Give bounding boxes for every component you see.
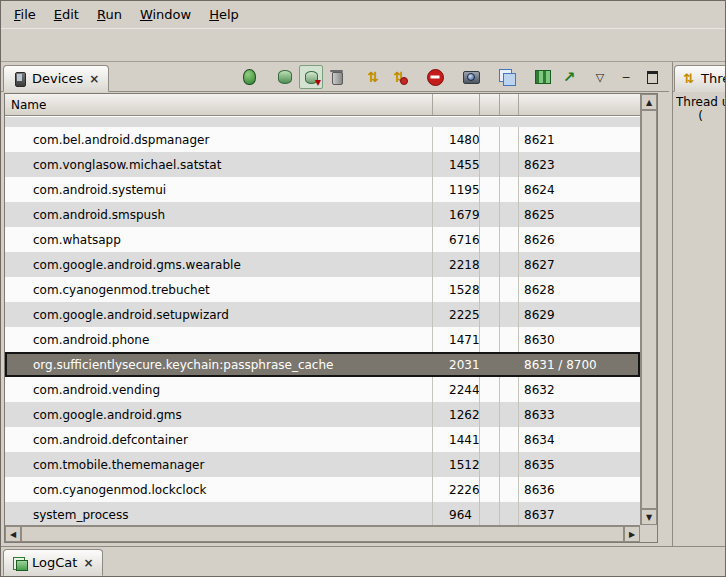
column-header-port[interactable] (519, 94, 640, 115)
close-icon[interactable]: × (82, 556, 94, 570)
devices-tab-label: Devices (32, 71, 83, 86)
table-row-partial[interactable] (5, 117, 640, 127)
process-pid: 1512 (433, 452, 480, 477)
thread-indicator (500, 502, 519, 525)
process-name: com.cyanogenmod.trebuchet (5, 277, 433, 302)
start-method-profiling-icon[interactable]: ⇅ (387, 65, 411, 89)
table-row[interactable]: com.cyanogenmod.trebuchet15288628 (5, 277, 640, 302)
table-row[interactable]: com.whatsapp67168626 (5, 227, 640, 252)
process-name: com.tmobile.thememanager (5, 452, 433, 477)
debug-port: 8632 (519, 377, 640, 402)
debug-port: 8627 (519, 252, 640, 277)
debug-port: 8635 (519, 452, 640, 477)
close-icon[interactable]: × (88, 72, 100, 86)
menu-help[interactable]: Help (200, 4, 248, 25)
menu-run[interactable]: Run (88, 4, 131, 25)
threads-message-line2: ( (676, 109, 725, 123)
table-row[interactable]: com.android.defcontainer144118634 (5, 427, 640, 452)
table-row[interactable]: com.bel.android.dspmanager14808621 (5, 127, 640, 152)
view-menu-icon[interactable]: ▽ (593, 68, 607, 86)
systrace-icon[interactable] (531, 65, 555, 89)
ddms-window: FileEditRunWindowHelp Devices × ⇅⇅↗▽─ Na… (0, 0, 726, 577)
threads-tab-icon: ⇅ (681, 71, 696, 86)
table-row[interactable]: com.google.android.gms.wearable221858627 (5, 252, 640, 277)
table-row[interactable]: com.cyanogenmod.lockclock222658636 (5, 477, 640, 502)
tab-logcat[interactable]: LogCat × (3, 549, 103, 576)
heap-indicator (480, 252, 500, 277)
tab-threads[interactable]: ⇅ Threa (674, 65, 725, 92)
table-row[interactable]: com.vonglasow.michael.satstat145538623 (5, 152, 640, 177)
process-name: com.android.defcontainer (5, 427, 433, 452)
threads-tab-label: Threa (701, 71, 725, 86)
column-header-pid[interactable] (433, 94, 480, 115)
process-pid: 22185 (433, 252, 480, 277)
scrollbar-corner (640, 525, 657, 542)
scroll-right-icon[interactable]: ▶ (624, 526, 640, 542)
process-pid: 1679 (433, 202, 480, 227)
menu-file[interactable]: File (5, 4, 45, 25)
table-row[interactable]: com.google.android.gms126238633 (5, 402, 640, 427)
table-row[interactable]: com.android.phone14718630 (5, 327, 640, 352)
maximize-icon[interactable] (645, 68, 659, 86)
column-header-threads[interactable] (500, 94, 519, 115)
heap-indicator (480, 202, 500, 227)
logcat-tab-label: LogCat (32, 555, 77, 570)
scroll-left-icon[interactable]: ◀ (5, 526, 21, 542)
table-row[interactable]: com.android.smspush16798625 (5, 202, 640, 227)
vertical-scrollbar[interactable]: ▲ ▼ (640, 94, 657, 525)
table-row[interactable]: org.sufficientlysecure.keychain:passphra… (5, 352, 640, 377)
heap-indicator (480, 327, 500, 352)
scroll-down-icon[interactable]: ▼ (641, 509, 657, 525)
vertical-scroll-thumb[interactable] (641, 110, 657, 509)
main-toolbar (1, 28, 725, 62)
process-pid: 14411 (433, 427, 480, 452)
process-name: com.android.vending (5, 377, 433, 402)
thread-indicator (500, 252, 519, 277)
threads-tab-bar: ⇅ Threa (673, 62, 725, 92)
heap-indicator (480, 352, 500, 377)
tab-devices[interactable]: Devices × (3, 65, 109, 92)
debug-process-icon[interactable] (237, 65, 261, 89)
cause-gc-icon[interactable] (325, 65, 349, 89)
thread-indicator (500, 127, 519, 152)
menubar: FileEditRunWindowHelp (1, 1, 725, 28)
menu-window[interactable]: Window (131, 4, 200, 25)
process-name: com.vonglasow.michael.satstat (5, 152, 433, 177)
opengl-trace-icon[interactable]: ↗ (557, 65, 581, 89)
debug-port: 8624 (519, 177, 640, 202)
process-pid: 1528 (433, 277, 480, 302)
process-name: com.bel.android.dspmanager (5, 127, 433, 152)
table-row[interactable]: com.tmobile.thememanager15128635 (5, 452, 640, 477)
thread-indicator (500, 152, 519, 177)
device-table: Name com.bel.android.dspmanager14808621c… (4, 93, 658, 543)
heap-indicator (480, 477, 500, 502)
heap-indicator (480, 402, 500, 427)
table-row[interactable]: com.google.android.setupwizard222508629 (5, 302, 640, 327)
dump-hprof-icon[interactable] (299, 65, 323, 89)
column-header-heap[interactable] (480, 94, 500, 115)
process-pid: 22440 (433, 377, 480, 402)
threads-message: Thread up ( (673, 92, 725, 123)
menu-edit[interactable]: Edit (45, 4, 88, 25)
scroll-up-icon[interactable]: ▲ (641, 94, 657, 110)
process-pid: 22250 (433, 302, 480, 327)
process-name: com.whatsapp (5, 227, 433, 252)
column-header-name[interactable]: Name (5, 94, 433, 115)
table-row[interactable]: com.android.systemui11958624 (5, 177, 640, 202)
thread-indicator (500, 277, 519, 302)
table-row[interactable]: com.android.vending224408632 (5, 377, 640, 402)
thread-indicator (500, 327, 519, 352)
workbench: Devices × ⇅⇅↗▽─ Name com.bel.android.dsp… (1, 62, 725, 546)
screen-capture-icon[interactable] (459, 65, 483, 89)
thread-indicator (500, 427, 519, 452)
stop-process-icon[interactable] (423, 65, 447, 89)
debug-port: 8634 (519, 427, 640, 452)
minimize-icon[interactable]: ─ (619, 68, 633, 86)
horizontal-scroll-thumb[interactable] (21, 526, 624, 542)
horizontal-scrollbar[interactable]: ◀ ▶ (5, 525, 640, 542)
view-hierarchy-icon[interactable] (495, 65, 519, 89)
heap-indicator (480, 452, 500, 477)
update-heap-icon[interactable] (273, 65, 297, 89)
table-row[interactable]: system_process9648637 (5, 502, 640, 525)
update-threads-icon[interactable]: ⇅ (361, 65, 385, 89)
